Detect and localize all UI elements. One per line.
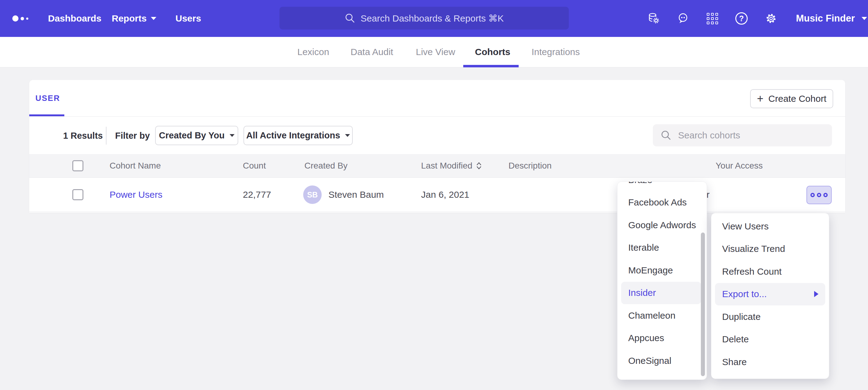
menu-item-onesignal[interactable]: OneSignal [617, 349, 698, 372]
tab-live-view[interactable]: Live View [416, 37, 455, 67]
top-nav: Dashboards Reports Users Search Dashboar… [0, 0, 868, 37]
menu-item-moengage[interactable]: MoEngage [617, 259, 698, 282]
integrations-filter-dropdown[interactable]: All Active Integrations [244, 126, 353, 145]
menu-item-facebook-ads[interactable]: Facebook Ads [617, 191, 698, 214]
nav-item-label: Dashboards [48, 13, 101, 24]
help-icon[interactable]: ? [735, 12, 748, 25]
row-actions-button[interactable] [806, 186, 832, 204]
global-search-bar[interactable]: Search Dashboards & Reports ⌘K [279, 7, 569, 30]
created-by-name: Steven Baum [329, 190, 384, 200]
row-checkbox-cell [72, 178, 84, 212]
menu-item-insider[interactable]: Insider [621, 282, 701, 304]
tab-lexicon[interactable]: Lexicon [297, 37, 329, 67]
logo-dot-small [26, 18, 28, 20]
tab-label: Lexicon [297, 47, 329, 57]
nav-item-label: Users [176, 13, 201, 24]
menu-item-refresh-count[interactable]: Refresh Count [711, 260, 825, 283]
chevron-down-icon [151, 17, 156, 20]
header-count[interactable]: Count [243, 154, 266, 177]
chevron-down-icon [345, 134, 350, 137]
created-by-filter-dropdown[interactable]: Created By You [155, 126, 238, 145]
search-icon [344, 12, 355, 24]
cohort-search-input[interactable] [678, 130, 826, 140]
chevron-down-icon [229, 134, 235, 137]
nav-item-label: Reports [112, 13, 147, 24]
menu-item-export-to[interactable]: Export to... [715, 283, 825, 306]
project-selector[interactable]: Music Finder [796, 0, 867, 37]
search-icon [660, 129, 672, 141]
section-tab-bar: Lexicon Data Audit Live View Cohorts Int… [0, 37, 868, 67]
header-description[interactable]: Description [508, 154, 552, 177]
logo-dot-medium [21, 17, 24, 20]
apps-grid-icon[interactable] [706, 12, 719, 25]
nav-item-dashboards[interactable]: Dashboards [48, 0, 101, 37]
menu-item-google-adwords[interactable]: Google Adwords [617, 214, 698, 236]
created-by-cell: SB Steven Baum [303, 178, 384, 212]
tab-label: Live View [416, 47, 455, 57]
messages-icon[interactable] [676, 12, 690, 25]
logo-dot-large [12, 15, 19, 22]
last-modified-cell: Jan 6, 2021 [421, 178, 469, 212]
menu-item-label: Export to... [722, 289, 767, 299]
ellipsis-dot-icon [824, 193, 828, 197]
menu-item-share[interactable]: Share [711, 351, 825, 373]
cohorts-page: Dashboards Reports Users Search Dashboar… [0, 0, 868, 390]
menu-item-delete[interactable]: Delete [711, 328, 825, 351]
divider [106, 127, 106, 144]
create-cohort-button[interactable]: + Create Cohort [750, 89, 833, 108]
header-your-access[interactable]: Your Access [716, 154, 763, 177]
nav-item-reports[interactable]: Reports [112, 0, 156, 37]
mixpanel-logo-icon[interactable] [12, 0, 28, 37]
results-count: 1 Results [63, 131, 103, 141]
select-all-checkbox-cell [72, 154, 84, 177]
header-created-by[interactable]: Created By [304, 154, 347, 177]
database-gear-glyph [647, 11, 660, 26]
question-mark-char: ? [739, 14, 744, 23]
row-checkbox[interactable] [72, 189, 84, 200]
divider [29, 116, 845, 117]
nav-item-users[interactable]: Users [176, 0, 201, 37]
global-search-placeholder: Search Dashboards & Reports ⌘K [361, 13, 503, 24]
create-cohort-label: Create Cohort [768, 94, 826, 104]
export-targets-menu: Braze Facebook Ads Google Adwords Iterab… [617, 182, 707, 380]
count-cell: 22,777 [243, 178, 271, 212]
scrollbar-thumb[interactable] [701, 232, 705, 376]
table-header-row: Cohort Name Count Created By Last Modifi… [29, 154, 845, 178]
grid-glyph [707, 13, 718, 24]
cohort-actions-menu: View Users Visualize Trend Refresh Count… [711, 213, 829, 379]
header-cohort-name[interactable]: Cohort Name [110, 154, 161, 177]
menu-item-visualize-trend[interactable]: Visualize Trend [711, 238, 825, 261]
ellipsis-dot-icon [810, 193, 815, 197]
tab-data-audit[interactable]: Data Audit [350, 37, 393, 67]
header-label: Last Modified [421, 161, 472, 171]
gear-glyph [764, 11, 778, 26]
data-management-icon[interactable] [647, 12, 660, 25]
menu-item-view-users[interactable]: View Users [711, 215, 825, 238]
plus-icon: + [757, 93, 763, 104]
sort-icon [475, 161, 482, 170]
submenu-arrow-icon [814, 291, 818, 297]
tab-label: Data Audit [350, 47, 393, 57]
header-last-modified[interactable]: Last Modified [421, 154, 482, 177]
menu-item-duplicate[interactable]: Duplicate [711, 305, 825, 328]
integrations-filter-value: All Active Integrations [246, 130, 340, 140]
select-all-checkbox[interactable] [72, 160, 84, 171]
chevron-down-icon [862, 17, 867, 20]
settings-gear-icon[interactable] [764, 12, 778, 25]
question-mark-glyph: ? [735, 12, 748, 25]
menu-item-braze[interactable]: Braze [617, 182, 698, 191]
tab-label: Integrations [532, 47, 580, 57]
cohort-name-link[interactable]: Power Users [110, 190, 162, 200]
chat-bubble-glyph [676, 11, 690, 26]
menu-item-chameleon[interactable]: Chameleon [617, 304, 698, 327]
tab-cohorts[interactable]: Cohorts [475, 37, 510, 67]
menu-item-iterable[interactable]: Iterable [617, 236, 698, 259]
menu-item-appcues[interactable]: Appcues [617, 327, 698, 350]
cohort-search-box[interactable] [653, 124, 832, 147]
table-row: Power Users 22,777 SB Steven Baum Jan 6,… [29, 178, 845, 212]
tab-integrations[interactable]: Integrations [532, 37, 580, 67]
project-name: Music Finder [796, 13, 855, 24]
ellipsis-dot-icon [817, 193, 821, 197]
filter-by-label: Filter by [115, 131, 150, 141]
cohort-type-tab-user[interactable]: USER [35, 94, 60, 103]
